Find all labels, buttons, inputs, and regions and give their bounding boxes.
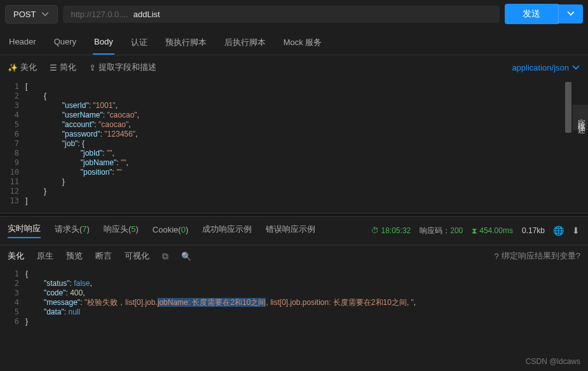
response-editor[interactable]: 123456 { "status": false, "code": 400, "… <box>0 267 588 343</box>
tab-auth[interactable]: 认证 <box>130 33 149 55</box>
hourglass-icon: ⧗ <box>472 226 477 235</box>
tab-mock[interactable]: Mock 服务 <box>282 33 324 55</box>
tab-header[interactable]: Header <box>8 33 38 55</box>
response-size: 0.17kb <box>522 226 545 235</box>
status-code-label: 响应码： <box>420 226 450 235</box>
view-tab-raw[interactable]: 原生 <box>37 250 53 262</box>
globe-icon[interactable]: 🌐 <box>554 226 563 235</box>
resp-tab-error-ex[interactable]: 错误响应示例 <box>266 224 315 238</box>
method-label: POST <box>13 10 36 19</box>
resp-tab-respheader[interactable]: 响应头(5) <box>104 224 139 238</box>
body-code[interactable]: [ { "userId": "1001", "userName": "caoca… <box>25 79 588 213</box>
chevron-down-icon <box>41 10 50 18</box>
chevron-down-icon <box>571 63 580 72</box>
search-icon[interactable]: 🔍 <box>181 252 191 261</box>
tab-query[interactable]: Query <box>53 33 78 55</box>
content-type-select[interactable]: application/json <box>512 63 580 72</box>
status-code: 200 <box>450 226 463 235</box>
request-tabs: Header Query Body 认证 预执行脚本 后执行脚本 Mock 服务 <box>0 28 588 55</box>
url-input[interactable]: http://127.0.0.... addList <box>63 6 500 23</box>
extract-button[interactable]: ⇪提取字段和描述 <box>89 62 156 73</box>
view-tab-beautify[interactable]: 美化 <box>8 250 24 262</box>
line-gutter: 12345678910111213 <box>0 79 25 213</box>
help-icon: ? <box>495 252 499 261</box>
upload-icon: ⇪ <box>89 63 96 72</box>
url-host: http://127.0.0.... <box>71 10 128 19</box>
watermark: CSDN @ldcaws <box>526 357 580 366</box>
view-tab-preview[interactable]: 预览 <box>66 250 83 262</box>
response-time: ⏱18:05:32 <box>371 226 411 235</box>
view-tab-visual[interactable]: 可视化 <box>125 250 149 262</box>
beautify-button[interactable]: ✨美化 <box>8 62 37 73</box>
scrollbar[interactable] <box>565 82 571 133</box>
simplify-button[interactable]: ☰简化 <box>50 62 76 73</box>
resp-tab-reqheader[interactable]: 请求头(7) <box>55 224 90 238</box>
tab-body[interactable]: Body <box>93 33 114 55</box>
resp-code[interactable]: { "status": false, "code": 400, "message… <box>25 267 588 343</box>
send-dropdown[interactable] <box>558 4 583 24</box>
resp-tab-cookie[interactable]: Cookie(0) <box>153 225 188 237</box>
resp-tab-success-ex[interactable]: 成功响应示例 <box>202 224 252 238</box>
body-editor[interactable]: 12345678910111213 [ { "userId": "1001", … <box>0 79 588 213</box>
tab-prescript[interactable]: 预执行脚本 <box>164 33 208 55</box>
resp-tab-realtime[interactable]: 实时响应 <box>8 223 41 238</box>
tab-postscript[interactable]: 后执行脚本 <box>223 33 267 55</box>
url-path: addList <box>133 10 160 19</box>
send-button[interactable]: 发送 <box>505 4 558 24</box>
download-icon[interactable]: ⬇ <box>571 226 580 235</box>
http-method-select[interactable]: POST <box>5 5 58 24</box>
bind-variable-link[interactable]: ?绑定响应结果到变量? <box>495 250 580 262</box>
response-duration: ⧗454.00ms <box>472 226 513 235</box>
copy-icon[interactable]: ⧉ <box>162 251 168 262</box>
resp-gutter: 123456 <box>0 267 25 343</box>
clock-icon: ⏱ <box>371 226 379 235</box>
view-tab-assert[interactable]: 断言 <box>95 250 112 262</box>
sparkle-icon: ✨ <box>8 63 18 72</box>
list-icon: ☰ <box>50 63 57 72</box>
chevron-down-icon <box>566 9 575 18</box>
field-desc-toggle[interactable]: 字段描述 <box>573 105 588 130</box>
